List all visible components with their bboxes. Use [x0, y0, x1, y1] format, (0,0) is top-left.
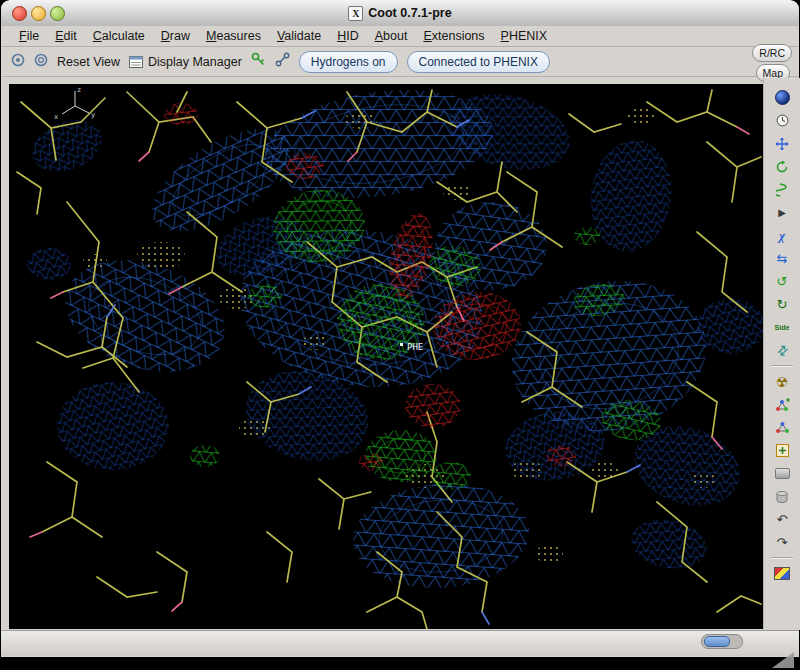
add-residue-tool-button[interactable]: [768, 439, 796, 462]
play-icon: ▶: [778, 208, 786, 218]
rama-plot-tool-button[interactable]: [768, 562, 796, 585]
menu-hid[interactable]: HID: [329, 27, 367, 45]
rotate-icon: [775, 160, 789, 174]
rotate-tool-button[interactable]: [768, 155, 796, 178]
play-tool-button[interactable]: ▶: [768, 201, 796, 224]
menubar: File Edit Calculate Draw Measures Valida…: [1, 26, 799, 47]
molecular-viewport[interactable]: z y x PHE: [9, 84, 763, 629]
titlebar[interactable]: X Coot 0.7.1-pre: [1, 0, 799, 27]
toolbar: Reset View Display Manager Hydrogens on …: [1, 47, 799, 77]
display-manager-icon: [129, 56, 143, 68]
key-icon[interactable]: [251, 52, 266, 71]
printer-icon: [775, 468, 790, 479]
flip-arrows-icon: ⇆: [777, 252, 788, 265]
display-manager-button[interactable]: Display Manager: [129, 55, 242, 69]
side-chain-icon: Side: [775, 324, 790, 331]
molecule-icon: [775, 421, 790, 434]
helix-icon: [776, 183, 788, 197]
axis-y-label: y: [91, 111, 95, 119]
menu-calculate[interactable]: Calculate: [85, 27, 153, 45]
flip-tool-button[interactable]: ⇆: [768, 247, 796, 270]
globe-tool-button[interactable]: [768, 86, 796, 109]
window-title: Coot 0.7.1-pre: [368, 6, 451, 20]
menu-validate[interactable]: Validate: [269, 27, 329, 45]
add-molecule-icon: [774, 398, 790, 412]
statusbar-scrollbar[interactable]: [701, 634, 743, 649]
resize-grip[interactable]: [772, 652, 794, 668]
reset-view-button[interactable]: Reset View: [57, 55, 120, 69]
rotamer-tool-button[interactable]: ↺: [768, 270, 796, 293]
statusbar-scrollbar-thumb[interactable]: [704, 636, 730, 647]
phenix-connection-button[interactable]: Connected to PHENIX: [407, 51, 550, 73]
rrc-button[interactable]: R/RC: [752, 44, 792, 62]
printer-tool-button[interactable]: [768, 462, 796, 485]
atom-marker: [400, 343, 403, 346]
molecule-tool-button[interactable]: [768, 416, 796, 439]
residue-label: PHE: [407, 342, 423, 352]
menu-extensions[interactable]: Extensions: [415, 27, 492, 45]
cylinder-icon: [775, 490, 789, 504]
delete-tool-button[interactable]: [768, 485, 796, 508]
redo-tool-button[interactable]: ↷: [768, 531, 796, 554]
bullseye-icon[interactable]: [11, 53, 25, 71]
axis-x-label: x: [54, 113, 58, 121]
radiation-icon: ☢: [776, 375, 789, 389]
menu-draw[interactable]: Draw: [153, 27, 198, 45]
ring-icon[interactable]: [34, 53, 48, 71]
right-toolbar: ▶ χ ⇆ ↺ ↻ Side ⇄ ☢ ↶ ↷: [763, 78, 800, 630]
clock-icon: [776, 114, 789, 127]
window-title-area: X Coot 0.7.1-pre: [1, 0, 799, 26]
menu-about[interactable]: About: [367, 27, 416, 45]
refine-tool-button[interactable]: ↻: [768, 293, 796, 316]
menu-measures[interactable]: Measures: [198, 27, 269, 45]
radiation-tool-button[interactable]: ☢: [768, 370, 796, 393]
clock-tool-button[interactable]: [768, 109, 796, 132]
hydrogens-toggle-button[interactable]: Hydrogens on: [299, 51, 398, 73]
diagonal-arrows-icon: ⇄: [774, 342, 791, 359]
globe-icon: [775, 90, 790, 105]
translate-icon: [775, 137, 789, 151]
redo-icon: ↷: [777, 536, 788, 549]
undo-tool-button[interactable]: ↶: [768, 508, 796, 531]
helix-tool-button[interactable]: [768, 178, 796, 201]
menu-edit[interactable]: Edit: [47, 27, 85, 45]
refine-icon: ↻: [777, 298, 788, 311]
translate-tool-button[interactable]: [768, 132, 796, 155]
chi-angles-icon: χ: [779, 228, 785, 244]
axis-z-label: z: [77, 86, 81, 94]
bond-icon[interactable]: [275, 52, 290, 71]
coot-window: X Coot 0.7.1-pre File Edit Calculate Dra…: [0, 0, 800, 670]
menu-file[interactable]: File: [11, 27, 47, 45]
menu-phenix[interactable]: PHENIX: [493, 27, 556, 45]
status-bar: (mol. no: 0) C /1/A/138 PHE occ: 1.00 bf…: [1, 630, 799, 656]
plus-box-icon: [776, 444, 789, 457]
side-chain-tool-button[interactable]: Side: [768, 316, 796, 339]
window-chrome: X Coot 0.7.1-pre File Edit Calculate Dra…: [1, 0, 799, 657]
rotamer-icon: ↺: [777, 275, 788, 288]
x11-icon: X: [348, 6, 363, 21]
undo-icon: ↶: [777, 513, 788, 526]
toolbar-separator: [771, 557, 793, 559]
toolbar-separator: [771, 365, 793, 367]
diagonal-arrows-tool-button[interactable]: ⇄: [768, 339, 796, 362]
rama-plot-icon: [774, 567, 790, 580]
add-molecule-tool-button[interactable]: [768, 393, 796, 416]
chi-angles-tool-button[interactable]: χ: [768, 224, 796, 247]
